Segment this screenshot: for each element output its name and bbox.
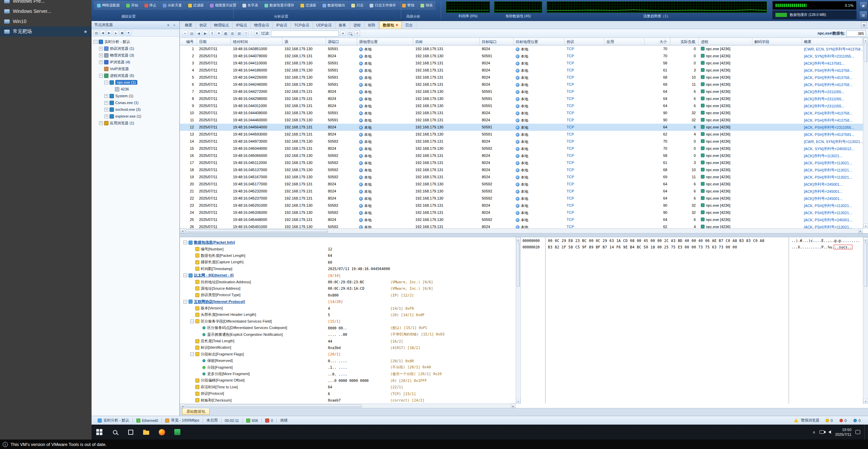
decode-row[interactable]: 头部长度[Internet Header Length]5(20) [14/1]…	[180, 311, 516, 318]
scroll-left-icon[interactable]: ◀	[180, 229, 185, 233]
tree-item[interactable]: +System (1)	[92, 93, 179, 99]
tab-IP端点[interactable]: IP端点	[233, 22, 251, 29]
scroll-up-icon[interactable]: ▲	[863, 38, 868, 43]
column-header-1[interactable]: 日期	[197, 38, 231, 45]
tree-item[interactable]: 4236	[92, 86, 179, 93]
tab-IP会话[interactable]: IP会话	[273, 22, 291, 29]
scroll-down-icon[interactable]: ▼	[516, 399, 520, 404]
packet-row[interactable]: 142025/07/1119:48:16.044973000192.168.17…	[180, 138, 863, 145]
column-header-2[interactable]: 绝对时间	[231, 38, 282, 45]
expander-icon[interactable]: +	[104, 94, 108, 98]
decode-row[interactable]: 捕获长度[Capture Length]60	[180, 259, 516, 265]
ribbon-button-packet-filter[interactable]: 过滤器	[298, 1, 319, 9]
pin-icon[interactable]: ▾	[166, 23, 171, 27]
expander-icon[interactable]: +	[104, 115, 108, 118]
tree-item[interactable]: −实时分析 - 默认	[92, 38, 179, 45]
export-icon[interactable]: ▤	[94, 30, 99, 36]
tree-item[interactable]: −进程浏览器 (5)	[92, 72, 179, 79]
column-header-7[interactable]: 目标端口	[480, 38, 514, 45]
tree-item[interactable]: +Csnas.exe (1)	[92, 99, 179, 106]
firefox-icon[interactable]	[154, 425, 170, 440]
expander-icon[interactable]: −	[94, 40, 97, 44]
time-format-icon[interactable]: ▽	[243, 30, 249, 36]
analyzer-icon[interactable]	[170, 425, 185, 440]
decode-row[interactable]: −区分服务字段[Differentiated Services Field][1…	[180, 318, 516, 325]
packet-row[interactable]: 32025/07/1119:48:16.044110000192.168.179…	[180, 60, 863, 67]
column-header-8[interactable]: 目标地理位置	[514, 38, 565, 45]
packet-row[interactable]: 72025/07/1119:48:16.044272000192.168.179…	[180, 88, 863, 95]
tree-item[interactable]: +svchost.exe (3)	[92, 106, 179, 113]
packet-row[interactable]: 232025/07/1119:48:16.045291000192.168.17…	[180, 202, 863, 209]
search-icon[interactable]	[107, 425, 123, 440]
start-icon[interactable]	[92, 425, 107, 440]
search-icon[interactable]	[347, 30, 353, 36]
packet-row[interactable]: 222025/07/1119:48:16.045237000192.168.17…	[180, 195, 863, 202]
packet-row[interactable]: 172025/07/1119:48:16.045112000192.168.17…	[180, 159, 863, 166]
packet-row[interactable]: 42025/07/1119:48:16.044186000192.168.179…	[180, 67, 863, 74]
speaker-icon[interactable]	[828, 430, 831, 434]
filter-icon[interactable]: ▼	[126, 30, 131, 36]
tab-TCP会话[interactable]: TCP会话	[291, 22, 313, 29]
column-header-14[interactable]: 解码字段	[752, 38, 802, 45]
vm-library-item[interactable]: Windows Pre...	[0, 0, 92, 6]
packet-row[interactable]: 182025/07/1119:48:16.045137000192.168.17…	[180, 166, 863, 174]
packet-row[interactable]: 152025/07/1119:48:16.045044000192.168.17…	[180, 145, 863, 152]
scrollbar-thumb[interactable]	[864, 243, 867, 287]
packet-row[interactable]: 212025/07/1119:48:16.045232000192.168.17…	[180, 188, 863, 195]
ribbon-button-scheme[interactable]: 分析方案	[160, 1, 185, 9]
decode-row[interactable]: 协议类型[Protocol Type]0x800(IP) [12/2]	[180, 292, 516, 298]
ribbon-button-name-table[interactable]: 名字表	[240, 1, 261, 9]
pin-icon[interactable]: ▪	[182, 30, 188, 36]
clear-filter-icon[interactable]: ×	[354, 30, 360, 36]
tree-item[interactable]: +应用浏览器 (1)	[92, 120, 179, 126]
ribbon-button-report[interactable]: 报表	[418, 1, 435, 9]
notification-center-icon[interactable]	[855, 430, 860, 434]
decode-tree-hscrollbar[interactable]: ◀ ▶	[180, 404, 516, 408]
packet-row[interactable]: 12025/07/1119:48:16.043851000192.168.179…	[180, 45, 863, 53]
ribbon-button-log-save[interactable]: 日志文件保存	[367, 1, 399, 9]
scrollbar-thumb[interactable]	[864, 43, 867, 62]
packet-row[interactable]: 22025/07/1119:48:16.044078000192.168.179…	[180, 53, 863, 60]
ribbon-button-filter[interactable]: 过滤器	[185, 1, 207, 9]
vm-library-item[interactable]: 常见靶场★	[0, 26, 92, 37]
packet-row[interactable]: 242025/07/1119:48:16.045336000192.168.17…	[180, 209, 863, 216]
column-header-12[interactable]: 实际负载	[670, 38, 699, 45]
column-settings-icon[interactable]: ▥	[230, 30, 235, 36]
cache-button[interactable]: ▤	[859, 11, 867, 19]
decode-row[interactable]: −互联网协议[Internet Protocol][14/20]	[180, 299, 516, 305]
packet-row[interactable]: 202025/07/1119:48:16.045177000192.168.17…	[180, 181, 863, 188]
packet-table-vscrollbar[interactable]: ▲ ▼	[863, 38, 868, 228]
packet-row[interactable]: 192025/07/1119:48:16.045167000192.168.17…	[180, 174, 863, 181]
hex-row[interactable]: 0000000000 0C 29 E8 23 BC 00 0C 29 63 1A…	[521, 239, 863, 245]
tree-item[interactable]: +协议浏览器 (1)	[92, 45, 179, 52]
expander-icon[interactable]: −	[99, 74, 103, 78]
tree-item[interactable]: +explorer.exe (1)	[92, 113, 179, 120]
decode-row[interactable]: 分段[Fragment].1.. ....(不分段) [20/1] 0x40	[180, 364, 516, 370]
expander-icon[interactable]: −	[183, 241, 187, 244]
hex-view-vscrollbar[interactable]: ▲ ▼	[863, 237, 868, 404]
back-icon[interactable]: ◀	[100, 30, 105, 36]
decode-row[interactable]: 存活时间[Time to Live]64[22/1]	[180, 384, 516, 390]
hex-row[interactable]: 00000020B3 82 1F 58 C5 9F 89 BF B7 14 F6…	[521, 245, 863, 251]
column-header-5[interactable]: 源地理位置	[357, 38, 413, 45]
filter-input[interactable]	[271, 30, 339, 37]
ribbon-button-alarm[interactable]: 警报	[399, 1, 417, 9]
decode-row[interactable]: 分段偏移[Fragment Offset]...0 0000 0000 0000…	[180, 377, 516, 384]
next-packet-icon[interactable]: ▶	[202, 30, 208, 36]
tray-chevron-icon[interactable]: ∧	[813, 430, 815, 434]
packet-row[interactable]: 132025/07/1119:48:16.044593000192.168.17…	[180, 131, 863, 138]
pause-icon[interactable]: ‖	[209, 30, 215, 36]
up-icon[interactable]: ▲	[113, 30, 118, 36]
forward-icon[interactable]: ▶	[106, 30, 112, 36]
expander-icon[interactable]: +	[104, 108, 108, 111]
expander-icon[interactable]: −	[104, 81, 108, 84]
ribbon-button-log[interactable]: 日志	[349, 1, 366, 9]
packet-table-hscrollbar[interactable]: ◀ ▶	[180, 228, 863, 233]
decode-settings-icon[interactable]: ▧	[236, 30, 242, 36]
expander-icon[interactable]: +	[99, 121, 103, 125]
ribbon-button-start[interactable]: 开始	[123, 1, 141, 9]
ribbon-button-stop[interactable]: 停止	[142, 1, 159, 9]
tab-物理会话[interactable]: 物理会话	[251, 22, 273, 29]
scrollbar-thumb[interactable]	[185, 229, 328, 232]
scroll-right-icon[interactable]: ▶	[511, 404, 516, 408]
